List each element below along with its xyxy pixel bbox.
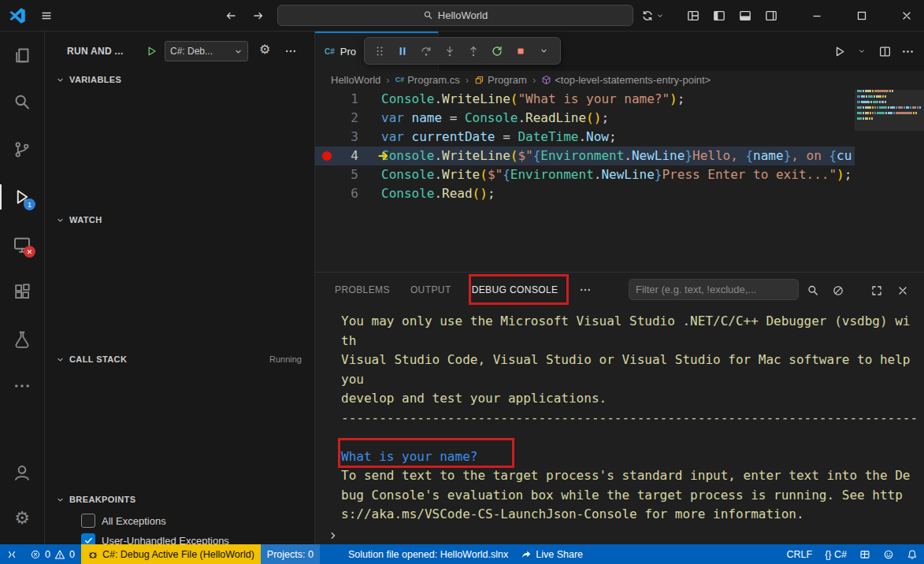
stop-button[interactable] [514,44,527,58]
checkbox[interactable] [81,533,95,544]
chevron-down-icon [540,46,548,55]
code-line[interactable]: 4Console.WriteLine($"{Environment.NewLin… [315,147,855,165]
close-button[interactable] [899,8,915,24]
step-over-button[interactable] [419,44,432,58]
code-line[interactable]: 2var name = Console.ReadLine(); [315,109,855,128]
debug-console-input[interactable] [328,526,339,545]
restart-button[interactable] [490,44,503,58]
activity-run-and-debug[interactable]: 1 [0,173,44,221]
pause-button[interactable] [395,44,409,58]
drag-handle-button[interactable] [374,44,385,58]
toggle-secondary-sidebar-button[interactable] [763,8,778,23]
layout-bottom-icon [738,9,752,23]
panel-tab-output[interactable]: OUTPUT [410,284,451,295]
close-panel-button[interactable] [896,284,909,297]
panel-tab-debug-console[interactable]: DEBUG CONSOLE [472,284,558,295]
restart-icon [491,45,503,58]
line-number: 6 [315,184,358,203]
editor-area: C# Pro HelloWorld›C#Program.cs›Program›<… [315,32,924,272]
debug-configuration-dropdown[interactable]: C#: Deb... [165,41,248,61]
clear-console-button[interactable] [831,284,844,297]
status-feedback[interactable] [877,544,900,564]
go-back-button[interactable] [223,8,239,24]
search-icon [423,10,433,20]
status-projects[interactable]: Projects: 0 [261,544,320,564]
code-line[interactable]: 1Console.WriteLine("What is your name?")… [315,90,855,109]
gear-icon: ⚙ [14,510,30,527]
breakpoint-item[interactable]: All Exceptions [45,511,314,530]
run-button[interactable] [832,44,846,58]
breadcrumb-item[interactable]: C#Program.cs [395,74,460,86]
minimize-button[interactable] [809,8,825,24]
minimap[interactable] [855,90,924,272]
badge: 1 [24,199,35,210]
activity-accounts[interactable] [0,450,44,495]
code-area[interactable]: 1Console.WriteLine("What is your name?")… [315,90,855,272]
checkbox[interactable] [81,514,95,528]
activity-remote-explorer[interactable]: ✕ [0,221,44,268]
section-call-stack[interactable]: CALL STACK Running [45,350,314,369]
code-text: Console.Write($"{Environment.NewLine}Pre… [381,165,852,184]
status-text: 0 [69,549,75,560]
status-ports[interactable] [853,544,877,564]
section-breakpoints[interactable]: BREAKPOINTS [45,490,314,509]
go-forward-button[interactable] [250,8,266,24]
breadcrumb-item[interactable]: Program [474,74,527,86]
menu-button[interactable] [39,9,54,23]
smiley-icon [883,549,894,560]
vscode-logo-icon [8,6,27,25]
panel-tab-problems[interactable]: PROBLEMS [335,284,390,295]
section-variables[interactable]: VARIABLES [45,70,314,89]
maximize-panel-button[interactable] [870,284,883,297]
run-dropdown-button[interactable] [855,44,869,58]
sync-button[interactable] [641,8,664,24]
layout-controls [685,8,778,23]
debug-console-filter-input[interactable] [629,279,799,300]
step-out-button[interactable] [466,44,480,58]
toggle-primary-sidebar-button[interactable] [711,8,726,23]
gear-icon[interactable]: ⚙ [259,43,270,56]
sidebar-more-actions-button[interactable] [284,45,297,58]
status-problems[interactable]: 00 [24,544,81,564]
command-center[interactable]: HelloWorld [277,5,633,26]
breakpoint-dot[interactable] [322,151,332,161]
breakpoint-item[interactable]: User-Unhandled Exceptions [45,531,314,544]
panel-more-actions-button[interactable] [579,284,592,296]
status-remote-indicator[interactable] [0,544,24,564]
code-line[interactable]: 5Console.Write($"{Environment.NewLine}Pr… [315,165,855,184]
activity-settings[interactable]: ⚙ [0,495,44,541]
activity-more-views[interactable] [0,362,44,410]
code-line[interactable]: 6Console.Read(); [315,184,855,203]
csharp-file-icon: C# [395,76,405,83]
status-live-share[interactable]: Live Share [514,544,589,564]
start-debugging-button[interactable] [145,45,158,58]
status-debug-session[interactable]: C#: Debug Active File (HelloWorld) [81,544,261,564]
breadcrumb-item[interactable]: <top-level-statements-entry-point> [541,74,711,86]
maximize-icon [855,9,868,22]
status-notifications[interactable] [900,544,924,564]
code-text: Console.Read(); [381,184,495,203]
chevron-down-icon [858,47,866,55]
section-watch[interactable]: WATCH [45,210,314,229]
toggle-panel-button[interactable] [737,8,752,23]
activity-source-control[interactable] [0,126,44,173]
split-editor-button[interactable] [878,44,892,58]
status-language-mode[interactable]: {} C# [818,544,853,564]
activity-testing[interactable] [0,315,44,362]
more-actions-button[interactable] [900,44,915,58]
activity-extensions[interactable] [0,268,44,315]
chevron-right-icon [328,530,339,541]
activity-search[interactable] [0,79,44,126]
code-line[interactable]: 3var currentDate = DateTime.Now; [315,128,855,147]
status-solution[interactable]: Solution file opened: HelloWorld.slnx [342,544,514,564]
search-button[interactable] [806,284,819,297]
maximize-button[interactable] [854,8,870,24]
step-into-button[interactable] [443,44,456,58]
stop-dropdown-button[interactable] [537,44,551,58]
status-eol[interactable]: CRLF [781,544,819,564]
breadcrumb-item[interactable]: HelloWorld [331,74,380,86]
customize-layout-button[interactable] [685,8,700,23]
run-and-debug-sidebar: RUN AND ... C#: Deb... ⚙ VARIABLES WATCH… [45,32,315,544]
activity-explorer[interactable] [0,32,44,79]
chevron-right-icon: › [466,74,469,86]
